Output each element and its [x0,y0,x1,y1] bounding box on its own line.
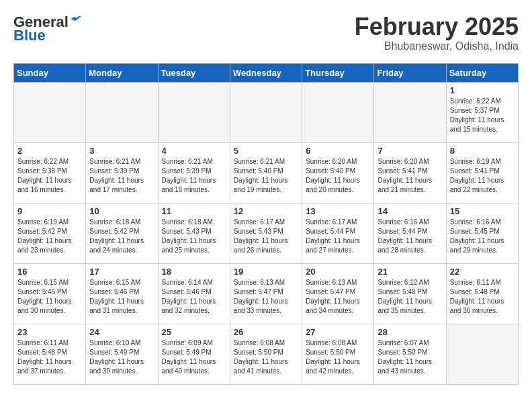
day-info: Sunrise: 6:16 AMSunset: 5:44 PMDaylight:… [378,218,442,255]
calendar-cell: 11Sunrise: 6:18 AMSunset: 5:43 PMDayligh… [158,203,230,263]
day-info: Sunrise: 6:18 AMSunset: 5:42 PMDaylight:… [89,218,154,255]
calendar-cell: 25Sunrise: 6:09 AMSunset: 5:49 PMDayligh… [158,324,230,384]
logo-blue: Blue [13,27,46,44]
day-info: Sunrise: 6:07 AMSunset: 5:50 PMDaylight:… [378,338,442,376]
calendar-cell: 6Sunrise: 6:20 AMSunset: 5:40 PMDaylight… [302,142,374,203]
calendar-cell [14,82,86,142]
calendar-cell: 24Sunrise: 6:10 AMSunset: 5:49 PMDayligh… [86,324,158,384]
calendar-cell: 8Sunrise: 6:19 AMSunset: 5:41 PMDaylight… [446,142,518,203]
calendar-cell: 22Sunrise: 6:11 AMSunset: 5:48 PMDayligh… [446,263,518,324]
day-number: 9 [17,206,82,216]
calendar-cell: 3Sunrise: 6:21 AMSunset: 5:39 PMDaylight… [86,142,158,203]
day-info: Sunrise: 6:11 AMSunset: 5:48 PMDaylight:… [17,338,82,376]
day-of-week-header: Monday [86,63,158,82]
calendar-cell [446,324,518,384]
day-of-week-header: Friday [374,63,446,82]
calendar-cell: 27Sunrise: 6:08 AMSunset: 5:50 PMDayligh… [302,324,374,384]
day-number: 23 [17,327,82,337]
day-number: 17 [89,267,154,277]
title-section: February 2025 Bhubaneswar, Odisha, India [355,13,519,52]
calendar-cell: 14Sunrise: 6:16 AMSunset: 5:44 PMDayligh… [374,203,446,263]
calendar-cell: 13Sunrise: 6:17 AMSunset: 5:44 PMDayligh… [302,203,374,263]
day-number: 5 [234,146,298,156]
day-info: Sunrise: 6:18 AMSunset: 5:43 PMDaylight:… [162,218,226,255]
logo: General Blue [13,13,82,44]
day-number: 27 [306,327,370,337]
day-number: 12 [234,206,298,216]
calendar-cell: 5Sunrise: 6:21 AMSunset: 5:40 PMDaylight… [230,142,302,203]
logo-bird-icon [70,15,82,24]
calendar-cell [86,82,158,142]
day-of-week-header: Thursday [302,63,374,82]
calendar-cell [374,82,446,142]
day-number: 2 [17,146,82,156]
calendar-week-row: 9Sunrise: 6:19 AMSunset: 5:42 PMDaylight… [14,203,519,263]
day-number: 6 [306,146,370,156]
day-info: Sunrise: 6:21 AMSunset: 5:39 PMDaylight:… [162,157,226,195]
calendar-cell: 16Sunrise: 6:15 AMSunset: 5:45 PMDayligh… [14,263,86,324]
day-number: 16 [17,267,82,277]
day-info: Sunrise: 6:08 AMSunset: 5:50 PMDaylight:… [306,338,370,376]
calendar-cell: 7Sunrise: 6:20 AMSunset: 5:41 PMDaylight… [374,142,446,203]
day-number: 24 [89,327,154,337]
calendar-title: February 2025 [355,13,519,40]
day-info: Sunrise: 6:22 AMSunset: 5:38 PMDaylight:… [17,157,82,195]
calendar-cell: 15Sunrise: 6:16 AMSunset: 5:45 PMDayligh… [446,203,518,263]
day-number: 13 [306,206,370,216]
day-number: 3 [89,146,154,156]
day-info: Sunrise: 6:14 AMSunset: 5:46 PMDaylight:… [162,278,226,316]
day-number: 10 [89,206,154,216]
calendar-subtitle: Bhubaneswar, Odisha, India [355,40,519,52]
day-of-week-header: Sunday [14,63,86,82]
day-of-week-header: Wednesday [230,63,302,82]
day-number: 7 [378,146,442,156]
calendar-cell: 17Sunrise: 6:15 AMSunset: 5:46 PMDayligh… [86,263,158,324]
day-of-week-header: Saturday [446,63,518,82]
day-info: Sunrise: 6:21 AMSunset: 5:39 PMDaylight:… [89,157,154,195]
calendar-header-row: SundayMondayTuesdayWednesdayThursdayFrid… [14,63,519,82]
day-info: Sunrise: 6:12 AMSunset: 5:48 PMDaylight:… [378,278,442,316]
day-info: Sunrise: 6:09 AMSunset: 5:49 PMDaylight:… [162,338,226,376]
calendar-table: SundayMondayTuesdayWednesdayThursdayFrid… [13,63,519,385]
calendar-cell: 10Sunrise: 6:18 AMSunset: 5:42 PMDayligh… [86,203,158,263]
calendar-cell [158,82,230,142]
day-number: 18 [162,267,226,277]
day-number: 19 [234,267,298,277]
calendar-cell: 21Sunrise: 6:12 AMSunset: 5:48 PMDayligh… [374,263,446,324]
day-number: 22 [450,267,515,277]
calendar-cell: 19Sunrise: 6:13 AMSunset: 5:47 PMDayligh… [230,263,302,324]
day-number: 14 [378,206,442,216]
day-number: 8 [450,146,515,156]
day-number: 20 [306,267,370,277]
day-number: 11 [162,206,226,216]
calendar-week-row: 16Sunrise: 6:15 AMSunset: 5:45 PMDayligh… [14,263,519,324]
day-info: Sunrise: 6:08 AMSunset: 5:50 PMDaylight:… [234,338,298,376]
calendar-week-row: 2Sunrise: 6:22 AMSunset: 5:38 PMDaylight… [14,142,519,203]
day-of-week-header: Tuesday [158,63,230,82]
day-number: 28 [378,327,442,337]
day-info: Sunrise: 6:17 AMSunset: 5:44 PMDaylight:… [306,218,370,255]
day-number: 1 [450,85,515,95]
day-number: 25 [162,327,226,337]
calendar-cell [230,82,302,142]
day-info: Sunrise: 6:13 AMSunset: 5:47 PMDaylight:… [306,278,370,316]
page-header: General Blue February 2025 Bhubaneswar, … [13,13,519,52]
calendar-cell: 12Sunrise: 6:17 AMSunset: 5:43 PMDayligh… [230,203,302,263]
calendar-week-row: 23Sunrise: 6:11 AMSunset: 5:48 PMDayligh… [14,324,519,384]
day-info: Sunrise: 6:21 AMSunset: 5:40 PMDaylight:… [234,157,298,195]
calendar-cell [302,82,374,142]
day-number: 4 [162,146,226,156]
day-info: Sunrise: 6:20 AMSunset: 5:41 PMDaylight:… [378,157,442,195]
day-number: 26 [234,327,298,337]
day-info: Sunrise: 6:11 AMSunset: 5:48 PMDaylight:… [450,278,515,316]
calendar-cell: 1Sunrise: 6:22 AMSunset: 5:37 PMDaylight… [446,82,518,142]
day-info: Sunrise: 6:20 AMSunset: 5:40 PMDaylight:… [306,157,370,195]
calendar-cell: 23Sunrise: 6:11 AMSunset: 5:48 PMDayligh… [14,324,86,384]
calendar-cell: 18Sunrise: 6:14 AMSunset: 5:46 PMDayligh… [158,263,230,324]
day-info: Sunrise: 6:13 AMSunset: 5:47 PMDaylight:… [234,278,298,316]
day-info: Sunrise: 6:10 AMSunset: 5:49 PMDaylight:… [89,338,154,376]
calendar-week-row: 1Sunrise: 6:22 AMSunset: 5:37 PMDaylight… [14,82,519,142]
day-info: Sunrise: 6:22 AMSunset: 5:37 PMDaylight:… [450,97,515,134]
day-info: Sunrise: 6:15 AMSunset: 5:46 PMDaylight:… [89,278,154,316]
day-info: Sunrise: 6:17 AMSunset: 5:43 PMDaylight:… [234,218,298,255]
